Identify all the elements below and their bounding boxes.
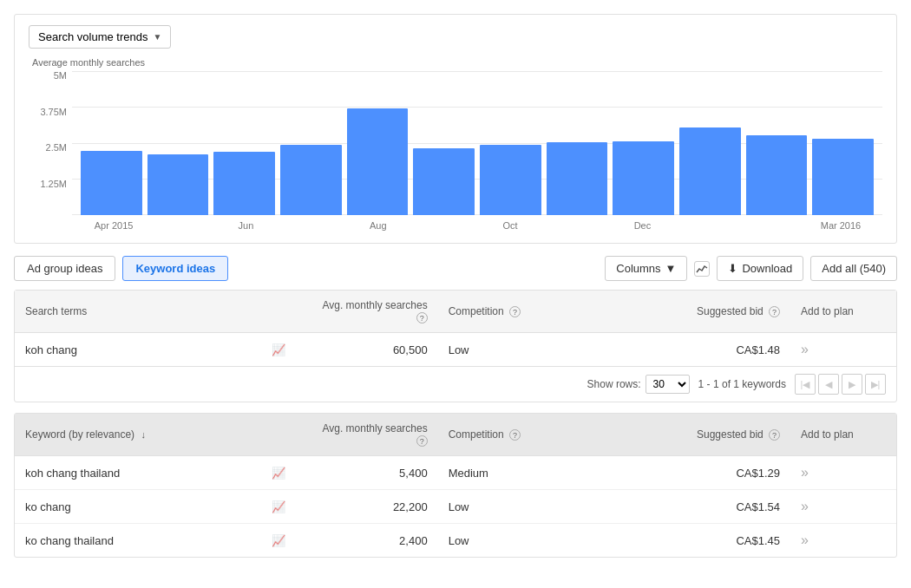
chart-section: Search volume trends ▼ Average monthly s… — [14, 14, 897, 244]
col-keyword: Keyword (by relevance) ↓ — [15, 414, 261, 456]
trend-chart-svg — [696, 265, 708, 273]
keyword-header-row: Keyword (by relevance) ↓ Avg. monthly se… — [15, 414, 896, 456]
download-button[interactable]: ⬇ Download — [717, 256, 803, 281]
download-label: Download — [742, 262, 792, 275]
bar-col-11 — [812, 139, 874, 215]
chart-area: 5M 3.75M 2.5M 1.25M Apr 2015 M — [29, 71, 882, 236]
bar-0[interactable] — [81, 151, 142, 215]
kw-trend-line-icon: 📈 — [272, 500, 285, 513]
kw-add-cell[interactable]: » — [790, 456, 896, 490]
kw-trend-icon-cell[interactable]: 📈 — [261, 456, 297, 490]
col-search-terms: Search terms — [15, 291, 261, 333]
col-trend-icon-header — [261, 291, 297, 333]
kw-keyword-cell: koh chang thailand — [15, 456, 261, 490]
bar-col-10 — [746, 135, 808, 215]
show-rows-control: Show rows: 30 50 100 — [587, 375, 690, 394]
search-terms-header-row: Search terms Avg. monthly searches ? Com… — [15, 291, 896, 333]
bar-10[interactable] — [746, 135, 808, 215]
chart-dropdown-arrow: ▼ — [153, 32, 161, 42]
kw-competition-cell: Low — [438, 490, 614, 524]
next-page-btn[interactable]: ▶ — [842, 374, 862, 395]
kw-table-row: ko chang 📈 22,200 Low CA$1.54 » — [15, 490, 896, 524]
x-label-row: Apr 2015 May Jun Jul Aug Sep Oct Nov Dec… — [72, 220, 882, 231]
chart-title-dropdown[interactable]: Search volume trends ▼ — [29, 25, 171, 49]
kw-trend-icon-cell[interactable]: 📈 — [261, 524, 297, 558]
search-terms-table: Search terms Avg. monthly searches ? Com… — [15, 291, 896, 366]
bar-col-7 — [547, 142, 608, 215]
kw-avg-cell: 2,400 — [297, 524, 438, 558]
chart-title-label: Search volume trends — [38, 30, 147, 43]
bar-col-3 — [280, 145, 342, 215]
kw-trend-icon-cell[interactable]: 📈 — [261, 490, 297, 524]
kw-bid-cell: CA$1.54 — [614, 490, 790, 524]
trend-icon-cell[interactable]: 📈 — [261, 333, 297, 367]
kw-bid-help[interactable]: ? — [769, 429, 780, 441]
add-to-plan-cell[interactable]: » — [790, 333, 896, 367]
search-terms-table-section: Search terms Avg. monthly searches ? Com… — [14, 290, 897, 402]
chart-bars — [72, 71, 882, 215]
kw-add-icon: » — [801, 499, 809, 513]
col-kw-avg-monthly: Avg. monthly searches ? — [297, 414, 438, 456]
kw-add-cell[interactable]: » — [790, 490, 896, 524]
chart-x-axis: Apr 2015 May Jun Jul Aug Sep Oct Nov Dec… — [72, 215, 882, 236]
kw-add-icon: » — [801, 532, 809, 547]
bar-8[interactable] — [613, 141, 674, 215]
toolbar: Ad group ideas Keyword ideas Columns ▼ ⬇… — [14, 256, 897, 290]
col-suggested-bid: Suggested bid ? — [614, 291, 790, 333]
trend-chart-icon[interactable] — [694, 261, 710, 277]
kw-table-row: koh chang thailand 📈 5,400 Medium CA$1.2… — [15, 456, 896, 490]
bar-col-9 — [679, 127, 741, 215]
kw-bid-cell: CA$1.29 — [614, 456, 790, 490]
bar-col-6 — [480, 145, 541, 215]
kw-competition-cell: Medium — [438, 456, 614, 490]
avg-monthly-help[interactable]: ? — [416, 312, 428, 323]
last-page-btn[interactable]: ▶| — [865, 374, 886, 395]
x-label-aug: Aug — [345, 220, 411, 231]
bar-6[interactable] — [480, 145, 541, 215]
competition-help[interactable]: ? — [509, 306, 521, 317]
suggested-bid-help[interactable]: ? — [769, 306, 780, 317]
col-competition: Competition ? — [438, 291, 614, 333]
bar-4[interactable] — [347, 108, 409, 215]
rows-select[interactable]: 30 50 100 — [646, 375, 690, 394]
prev-page-btn[interactable]: ◀ — [818, 374, 839, 395]
bar-col-5 — [413, 148, 475, 215]
kw-trend-line-icon: 📈 — [272, 534, 285, 547]
bar-3[interactable] — [280, 145, 342, 215]
y-tick-25m: 2.5M — [46, 143, 67, 153]
kw-competition-help[interactable]: ? — [509, 429, 521, 441]
toolbar-right: Columns ▼ ⬇ Download Add all (540) — [605, 256, 897, 281]
kw-avg-cell: 22,200 — [297, 490, 438, 524]
first-page-btn[interactable]: |◀ — [795, 374, 816, 395]
tab-ad-group[interactable]: Ad group ideas — [14, 256, 115, 281]
bar-9[interactable] — [679, 127, 741, 215]
bar-5[interactable] — [413, 148, 475, 215]
keyword-ideas-table: Keyword (by relevance) ↓ Avg. monthly se… — [15, 414, 896, 557]
kw-avg-help[interactable]: ? — [416, 435, 428, 447]
kw-add-cell[interactable]: » — [790, 524, 896, 558]
kw-table-row: ko chang thailand 📈 2,400 Low CA$1.45 » — [15, 524, 896, 558]
chart-y-axis: 5M 3.75M 2.5M 1.25M — [29, 71, 72, 215]
kw-keyword-cell: ko chang thailand — [15, 524, 261, 558]
col-add-to-plan: Add to plan — [790, 291, 896, 333]
page-nav: |◀ ◀ ▶ ▶| — [795, 374, 886, 395]
bar-11[interactable] — [812, 139, 874, 215]
competition-cell: Low — [438, 333, 614, 367]
tab-keyword-ideas[interactable]: Keyword ideas — [122, 256, 228, 281]
bar-col-8 — [613, 141, 674, 215]
download-icon: ⬇ — [728, 262, 737, 275]
bar-col-2 — [213, 152, 275, 215]
add-all-button[interactable]: Add all (540) — [810, 256, 897, 281]
y-tick-375m: 3.75M — [40, 108, 67, 117]
bar-7[interactable] — [547, 142, 608, 215]
main-page: Search volume trends ▼ Average monthly s… — [0, 0, 911, 588]
columns-button[interactable]: Columns ▼ — [605, 256, 687, 281]
x-label-dec: Dec — [609, 220, 675, 231]
bar-col-0 — [81, 151, 142, 215]
bar-2[interactable] — [213, 152, 275, 215]
kw-competition-cell: Low — [438, 524, 614, 558]
kw-keyword-cell: ko chang — [15, 490, 261, 524]
trend-line-icon: 📈 — [272, 343, 285, 356]
bar-1[interactable] — [147, 154, 209, 215]
table-row: koh chang 📈 60,500 Low CA$1.48 » — [15, 333, 896, 367]
